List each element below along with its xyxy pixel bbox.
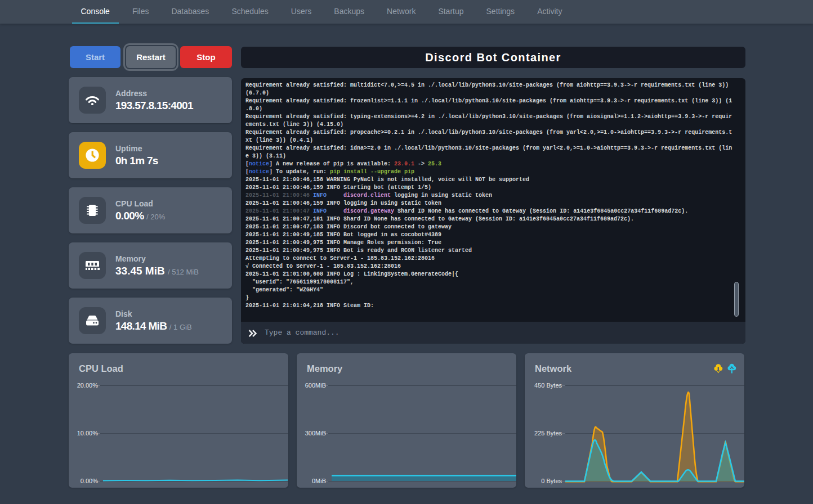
svg-text:10.00%: 10.00% xyxy=(77,430,99,436)
svg-text:20.00%: 20.00% xyxy=(77,382,99,389)
svg-text:225 Bytes: 225 Bytes xyxy=(534,430,562,436)
svg-text:0MiB: 0MiB xyxy=(312,478,326,484)
svg-text:450 Bytes: 450 Bytes xyxy=(534,382,562,389)
svg-text:0 Bytes: 0 Bytes xyxy=(541,478,562,484)
svg-text:0.00%: 0.00% xyxy=(81,478,98,484)
svg-text:600MiB: 600MiB xyxy=(305,382,326,389)
svg-text:300MiB: 300MiB xyxy=(305,430,326,436)
